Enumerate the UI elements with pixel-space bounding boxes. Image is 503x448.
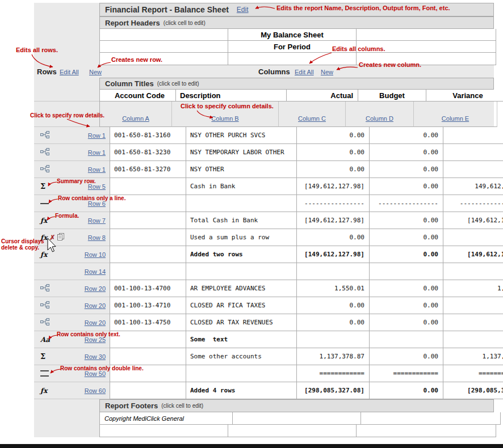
column-d-link[interactable]: Column D — [366, 115, 393, 122]
cell-budget: 0.00 — [370, 314, 443, 331]
annotation-creates-new-column: Creates new column. — [359, 61, 421, 68]
cell-actual: 0.00 — [297, 229, 370, 246]
row-link[interactable]: Row 14 — [85, 268, 106, 275]
report-headers-bar: Report Headers (click cell to edit) — [99, 16, 494, 29]
header-cell[interactable] — [99, 29, 228, 41]
column-titles-bar: Column Titles (click cell to edit) — [99, 78, 494, 90]
cell-account: 001-650-81-3270 — [110, 161, 186, 178]
rows-new-link[interactable]: New — [89, 69, 102, 75]
summary-row-icon: Σ — [40, 183, 45, 190]
cell-variance: 0.00 — [443, 127, 503, 144]
footer-cell[interactable] — [99, 425, 228, 437]
cell-actual: 0.00 — [297, 127, 370, 144]
cell-budget: 0.00 — [370, 212, 443, 229]
cell-variance: 1,550.01 — [443, 280, 503, 297]
footer-cell-copyright[interactable]: Copyright MediClick General — [99, 412, 233, 425]
hierarchy-icon — [40, 284, 49, 294]
cell-account — [110, 178, 186, 195]
row-link[interactable]: Row 1 — [88, 132, 106, 139]
row-link[interactable]: Row 10 — [85, 251, 106, 258]
row-link[interactable]: Row 20 — [85, 302, 106, 309]
cell-actual: 0.00 — [297, 314, 370, 331]
row-link[interactable]: Row 20 — [85, 285, 106, 292]
cell-description: AR EMPLOYEE ADVANCES — [186, 280, 297, 297]
column-title-account-code[interactable]: Account Code — [99, 90, 176, 102]
table-row: Row 14 — [34, 263, 494, 280]
row-link[interactable]: Row 30 — [85, 353, 106, 360]
row-link[interactable]: Row 1 — [88, 166, 106, 173]
cell-description: Some other accounts — [186, 348, 297, 365]
cell-description: NSY OTHER PURCH SVCS — [186, 127, 297, 144]
row-link[interactable]: Row 60 — [85, 387, 106, 394]
annotation-edits-all-rows: Edits all rows. — [16, 47, 58, 53]
annotation-row-details: Click to specify row details. — [30, 112, 104, 119]
header-cell[interactable] — [228, 53, 357, 65]
hierarchy-icon — [40, 147, 49, 158]
bottom-bar — [0, 444, 503, 448]
cell-actual: [149,612,127.98] — [297, 178, 370, 195]
cell-actual: 0.00 — [297, 297, 370, 314]
row-link[interactable]: Row 1 — [88, 149, 106, 156]
report-footers-hint: (click cell to edit) — [161, 403, 203, 409]
columns-label: Columns — [258, 67, 290, 76]
cell-description: CLOSED AR TAX REVENUES — [186, 314, 297, 331]
report-headers-hint: (click cell to edit) — [164, 20, 206, 26]
cell-actual: [149,612,127.98] — [297, 212, 370, 229]
column-e-link[interactable]: Column E — [442, 115, 469, 122]
row-link[interactable]: Row 7 — [88, 217, 106, 224]
cell-budget: 0.00 — [370, 144, 443, 161]
cell-account — [110, 348, 186, 365]
cell-budget: 0.00 — [370, 246, 443, 263]
columns-edit-all-link[interactable]: Edit All — [295, 69, 314, 75]
formula-icon: ƒx — [40, 251, 47, 258]
cell-variance: 0.00 — [443, 314, 503, 331]
column-title-variance[interactable]: Variance — [426, 90, 503, 102]
rows-edit-all-link[interactable]: Edit All — [60, 69, 79, 75]
header-cell[interactable] — [99, 41, 228, 53]
column-title-budget[interactable]: Budget — [358, 90, 426, 102]
cell-budget: 0.00 — [370, 382, 443, 399]
report-editor-panel: Financial Report - Balance Sheet Edit Re… — [34, 3, 494, 437]
delete-row-icon[interactable]: ✗ — [49, 234, 55, 241]
cell-description: CLOSED AR FICA TAXES — [186, 297, 297, 314]
line-row-icon — [40, 203, 49, 204]
row-head: ƒx Row 60 — [34, 382, 110, 399]
annotation-summary-row: Summary row. — [57, 178, 96, 184]
edit-report-link[interactable]: Edit — [237, 6, 249, 14]
copy-row-icon[interactable] — [57, 233, 64, 243]
columns-new-link[interactable]: New — [321, 69, 333, 75]
cell-budget: 0.00 — [370, 348, 443, 365]
cell-description: Added two rows — [186, 246, 297, 263]
text-row-icon: Aa — [40, 336, 50, 343]
cell-variance: 149,612,127.98 — [443, 178, 503, 195]
column-title-actual[interactable]: Actual — [287, 90, 358, 102]
cell-description: Some text — [186, 331, 297, 348]
cell-account — [110, 331, 186, 348]
header-cell-title[interactable]: My Balance Sheet — [228, 29, 357, 41]
row-link[interactable]: Row 20 — [85, 319, 106, 326]
table-row: ƒx Row 7 Total Cash in Bank [149,612,127… — [34, 212, 494, 229]
column-title-description[interactable]: Description — [176, 90, 287, 102]
hierarchy-icon — [40, 164, 49, 175]
report-footers-bar: Report Footers (click cell to edit) — [99, 399, 494, 412]
annotation-formula: Formula. — [55, 213, 79, 219]
cell-actual: 0.00 — [297, 144, 370, 161]
column-c-link[interactable]: Column C — [298, 115, 326, 122]
footer-cell[interactable] — [228, 425, 357, 437]
column-a-link[interactable]: Column A — [122, 115, 149, 122]
cell-actual — [297, 331, 370, 348]
annotation-text-row: Row contains only text. — [57, 331, 120, 337]
annotation-edits-all-columns: Edits all columns. — [332, 45, 385, 52]
cell-budget: 0.00 — [370, 161, 443, 178]
footer-cell[interactable] — [357, 425, 496, 437]
table-row: Row 20 001-100-13-4710 CLOSED AR FICA TA… — [34, 297, 494, 314]
report-headers-label: Report Headers — [105, 19, 160, 27]
column-titles-hint: (click cell to edit) — [157, 81, 199, 87]
header-cell[interactable] — [357, 29, 496, 41]
column-b-link[interactable]: Column B — [211, 115, 238, 122]
annotation-line-row: Row contains only a line. — [58, 195, 125, 201]
row-head: Row 1 — [34, 161, 110, 178]
row-link[interactable]: Row 8 — [88, 234, 106, 241]
footer-cell[interactable] — [233, 412, 361, 425]
footer-cell[interactable] — [361, 412, 501, 425]
